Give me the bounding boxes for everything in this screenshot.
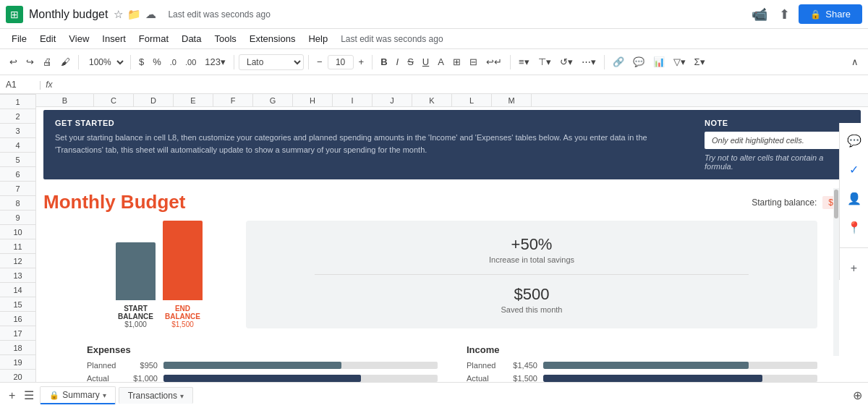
formula-input[interactable]: [56, 80, 862, 90]
explore-icon[interactable]: ⊕: [853, 389, 862, 401]
align-h-button[interactable]: ≡▾: [515, 54, 533, 69]
decimal-dec-button[interactable]: .0: [166, 56, 180, 69]
font-size-inc[interactable]: +: [355, 54, 368, 69]
menu-format[interactable]: Format: [133, 32, 174, 46]
filter-button[interactable]: ▽▾: [670, 54, 689, 69]
row-8: 8: [0, 196, 35, 211]
underline-button[interactable]: U: [419, 54, 433, 69]
expenses-actual-row: Actual $1,000: [87, 374, 438, 382]
increase-label: Increase in total savings: [489, 255, 574, 264]
separator-7: [604, 55, 605, 69]
undo-button[interactable]: ↩: [6, 54, 21, 69]
maps-side-icon[interactable]: 📍: [843, 216, 866, 239]
expenses-planned-bar-bg: [163, 362, 438, 369]
last-edit: Last edit was seconds ago: [168, 9, 270, 20]
spacer-row: [43, 179, 861, 191]
row-9: 9: [0, 211, 35, 225]
get-started-text: Set your starting balance in cell L8, th…: [55, 132, 676, 156]
text-wrap-button[interactable]: ↩↵: [482, 54, 506, 69]
expenses-planned-amount: $950: [124, 361, 158, 370]
row-13: 13: [0, 268, 35, 283]
row-1: 1: [0, 95, 35, 109]
italic-button[interactable]: I: [393, 54, 403, 69]
merge-button[interactable]: ⊟: [466, 54, 481, 69]
strikethrough-button[interactable]: S: [404, 54, 417, 69]
menu-insert[interactable]: Insert: [96, 32, 132, 46]
collapse-button[interactable]: ∧: [848, 54, 862, 69]
cell-reference[interactable]: A1: [6, 80, 35, 90]
chat-side-icon[interactable]: 💬: [843, 129, 866, 152]
row-4: 4: [0, 138, 35, 153]
contacts-side-icon[interactable]: 👤: [843, 187, 866, 210]
col-header-e: E: [174, 94, 213, 106]
summary-tab[interactable]: 🔒 Summary ▾: [40, 386, 115, 404]
function-button[interactable]: Σ▾: [691, 54, 709, 69]
share-arrow-button[interactable]: ⬆: [776, 4, 793, 25]
saved-label: Saved this month: [501, 305, 563, 314]
comment-button[interactable]: 💬: [629, 54, 648, 69]
row-15: 15: [0, 297, 35, 312]
font-size-input[interactable]: [328, 55, 354, 69]
link-button[interactable]: 🔗: [609, 54, 628, 69]
last-edit-menu: Last edit was seconds ago: [341, 34, 443, 44]
menu-tools[interactable]: Tools: [208, 32, 242, 46]
add-side-icon[interactable]: +: [843, 257, 866, 280]
font-size-dec[interactable]: −: [313, 54, 326, 69]
budget-title: Monthly Budget: [43, 191, 185, 213]
app-icon: [6, 6, 23, 23]
menu-file[interactable]: File: [6, 32, 33, 46]
banner-right: NOTE Only edit highlighted cells. Try no…: [705, 119, 849, 171]
col-header-i: I: [333, 94, 373, 106]
zoom-select[interactable]: 100%: [83, 55, 126, 69]
income-actual-row: Actual $1,500: [467, 374, 817, 382]
add-sheet-button[interactable]: +: [6, 386, 18, 405]
currency-button[interactable]: $: [135, 54, 148, 69]
cloud-icon[interactable]: ☁: [145, 8, 156, 21]
more-button[interactable]: ⋯▾: [578, 54, 600, 69]
col-header-d: D: [134, 94, 174, 106]
side-divider: [840, 247, 868, 248]
fill-color-button[interactable]: A: [434, 54, 448, 69]
star-icon[interactable]: ☆: [114, 8, 123, 21]
redo-button[interactable]: ↪: [22, 54, 38, 69]
menu-data[interactable]: Data: [176, 32, 207, 46]
tasks-side-icon[interactable]: ✓: [843, 158, 866, 181]
menu-view[interactable]: View: [63, 32, 95, 46]
borders-button[interactable]: ⊞: [449, 54, 464, 69]
spreadsheet-content: GET STARTED Set your starting balance in…: [36, 107, 868, 382]
note-box: Only edit highlighted cells.: [705, 132, 849, 149]
sheet-list-button[interactable]: ☰: [21, 386, 37, 405]
more-formats-button[interactable]: 123▾: [201, 54, 229, 69]
expenses-group: Expenses Planned $950 Actual $1,000: [87, 344, 438, 382]
font-select[interactable]: Lato: [239, 54, 304, 70]
content-area: B C D E F G H I J K L M GET STARTED Set …: [36, 94, 868, 382]
tab-right: ⊕: [853, 388, 862, 402]
fx-label: fx: [46, 80, 52, 90]
col-header-k: K: [412, 94, 452, 106]
paint-button[interactable]: 🖌: [57, 54, 74, 69]
income-planned-amount: $1,450: [504, 361, 537, 370]
rotate-button[interactable]: ↺▾: [556, 54, 576, 69]
percent-button[interactable]: %: [149, 54, 165, 69]
folder-icon[interactable]: 📁: [127, 8, 141, 21]
bottom-bar: + ☰ 🔒 Summary ▾ Transactions ▾ ⊕: [0, 382, 868, 408]
menu-extensions[interactable]: Extensions: [244, 32, 302, 46]
bars-container: [116, 221, 203, 300]
menu-edit[interactable]: Edit: [34, 32, 61, 46]
separator-1: [78, 55, 79, 69]
share-button[interactable]: Share: [799, 4, 862, 24]
transactions-tab[interactable]: Transactions ▾: [119, 387, 193, 404]
summary-tab-lock: 🔒: [49, 391, 59, 400]
menu-help[interactable]: Help: [302, 32, 333, 46]
v-scrollbar-thumb[interactable]: [834, 190, 838, 218]
expenses-actual-label: Actual: [87, 374, 119, 382]
print-button[interactable]: 🖨: [39, 54, 56, 69]
meet-button[interactable]: 📹: [749, 4, 770, 25]
separator-3: [234, 55, 234, 69]
decimal-inc-button[interactable]: .00: [182, 56, 200, 69]
v-scrollbar[interactable]: [833, 188, 839, 356]
align-v-button[interactable]: ⊤▾: [535, 54, 555, 69]
bold-button[interactable]: B: [377, 54, 391, 69]
get-started-title: GET STARTED: [55, 119, 676, 127]
chart-button[interactable]: 📊: [650, 54, 668, 69]
